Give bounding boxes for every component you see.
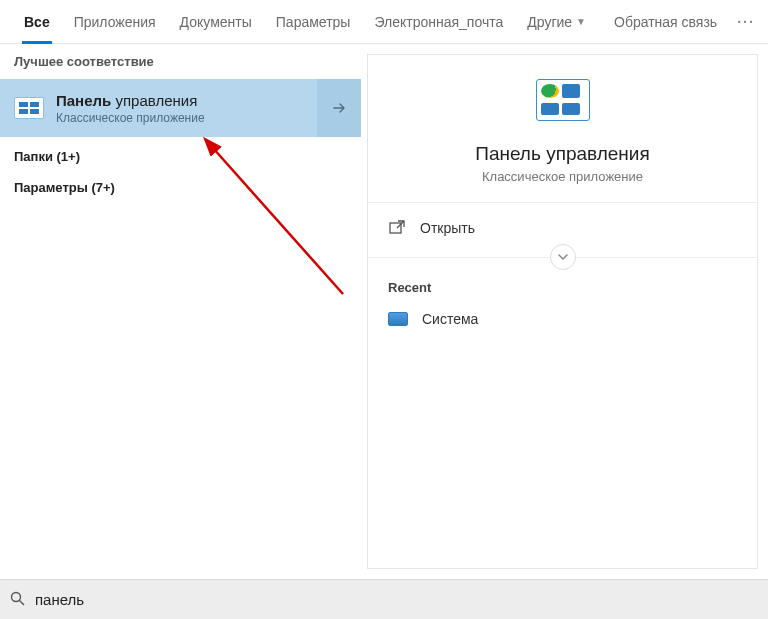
group-folders[interactable]: Папки (1+): [0, 137, 361, 168]
chevron-down-icon: ▼: [576, 16, 586, 27]
tab-all[interactable]: Все: [14, 0, 60, 44]
open-detail-arrow[interactable]: [317, 79, 361, 137]
best-match-header: Лучшее соответствие: [0, 44, 361, 79]
svg-rect-5: [390, 223, 401, 233]
control-panel-icon: [14, 97, 44, 119]
group-parameters[interactable]: Параметры (7+): [0, 168, 361, 199]
search-input[interactable]: [35, 591, 758, 608]
recent-section: Recent Система: [368, 258, 757, 343]
more-menu-icon[interactable]: ···: [731, 14, 761, 30]
recent-header: Recent: [388, 280, 737, 295]
tab-feedback[interactable]: Обратная связь: [604, 0, 727, 44]
results-pane: Лучшее соответствие Панель управления Кл…: [0, 44, 361, 579]
search-bar[interactable]: [0, 579, 768, 619]
content: Лучшее соответствие Панель управления Кл…: [0, 44, 768, 579]
tab-other-label: Другие: [527, 14, 572, 30]
open-icon: [388, 219, 406, 237]
tab-documents[interactable]: Документы: [170, 0, 262, 44]
recent-item-label: Система: [422, 311, 478, 327]
svg-rect-0: [19, 102, 28, 107]
control-panel-large-icon: [536, 79, 590, 121]
detail-subtitle: Классическое приложение: [482, 169, 643, 184]
action-open[interactable]: Открыть: [368, 209, 757, 247]
svg-line-7: [20, 600, 25, 605]
detail-title: Панель управления: [475, 143, 650, 165]
svg-rect-1: [30, 102, 39, 107]
tab-apps[interactable]: Приложения: [64, 0, 166, 44]
best-match-title-bold: Панель: [56, 92, 111, 109]
monitor-icon: [388, 312, 408, 326]
expand-actions-button[interactable]: [550, 244, 576, 270]
best-match-subtitle: Классическое приложение: [56, 111, 317, 125]
svg-rect-2: [19, 109, 28, 114]
svg-rect-3: [30, 109, 39, 114]
search-icon: [10, 591, 25, 609]
tab-other[interactable]: Другие ▼: [517, 0, 596, 44]
detail-actions: Открыть: [368, 203, 757, 258]
detail-pane: Панель управления Классическое приложени…: [367, 54, 758, 569]
action-open-label: Открыть: [420, 220, 475, 236]
best-match-title: Панель управления: [56, 92, 317, 109]
best-match-title-rest: управления: [111, 92, 197, 109]
svg-point-6: [12, 592, 21, 601]
best-match-item[interactable]: Панель управления Классическое приложени…: [0, 79, 361, 137]
detail-header: Панель управления Классическое приложени…: [368, 55, 757, 203]
best-match-text: Панель управления Классическое приложени…: [56, 92, 317, 125]
tab-settings[interactable]: Параметры: [266, 0, 361, 44]
recent-item-system[interactable]: Система: [388, 305, 737, 333]
top-tabs: Все Приложения Документы Параметры Элект…: [0, 0, 768, 44]
tab-email[interactable]: Электронная_почта: [364, 0, 513, 44]
